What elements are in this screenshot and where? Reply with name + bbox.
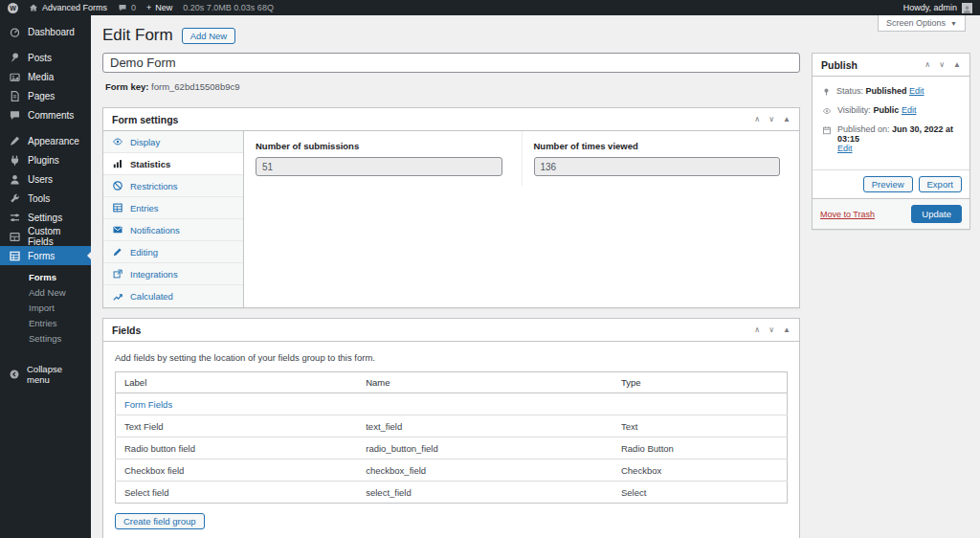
sidebar-item-posts[interactable]: Posts	[0, 48, 91, 67]
fields-metabox: Fields ∧ ∨ ▲ Add fields by setting the l…	[102, 318, 800, 538]
sidebar-item-forms[interactable]: Forms	[0, 246, 91, 265]
update-button[interactable]: Update	[911, 205, 962, 223]
move-down-icon[interactable]: ∨	[768, 115, 774, 123]
toggle-panel-icon[interactable]: ▲	[783, 325, 791, 334]
edit-form-column: Edit Form Add New Form key: form_62bd155…	[102, 26, 800, 538]
fields-table: Label Name Type Form Fields Text Field	[115, 371, 788, 504]
visibility-row: Visibility: Public Edit	[822, 105, 960, 116]
site-name-menu[interactable]: Advanced Forms	[29, 3, 107, 12]
comments-count: 0	[131, 3, 136, 12]
performance-stats: 0.20s 7.0MB 0.03s 68Q	[183, 3, 274, 12]
screen-options-tab[interactable]: Screen Options ▼	[878, 15, 966, 32]
submenu-item-settings[interactable]: Settings	[0, 330, 91, 346]
field-group-link[interactable]: Form Fields	[124, 399, 172, 410]
create-field-group-button[interactable]: Create field group	[115, 513, 205, 529]
tab-editing[interactable]: Editing	[103, 241, 243, 263]
custom-fields-icon	[9, 231, 21, 243]
sidebar-item-users[interactable]: Users	[0, 169, 91, 189]
plugins-icon	[9, 154, 21, 167]
fields-title: Fields	[112, 325, 141, 336]
sidebar-item-media[interactable]: Media	[0, 67, 91, 86]
comments-bubble-icon	[118, 3, 127, 12]
form-title-input[interactable]	[102, 53, 800, 73]
tab-restrictions[interactable]: Restrictions	[103, 175, 243, 197]
comments-icon	[9, 109, 21, 122]
admin-bar: W Advanced Forms 0 + New 0.20s 7.0MB 0.0…	[0, 0, 980, 15]
edit-status-link[interactable]: Edit	[909, 86, 924, 96]
edit-published-link[interactable]: Edit	[837, 144, 853, 153]
preview-button[interactable]: Preview	[863, 176, 913, 192]
submenu-item-import[interactable]: Import	[0, 300, 91, 315]
media-icon	[9, 71, 21, 83]
sidebar-item-tools[interactable]: Tools	[0, 189, 91, 208]
status-value: Published	[866, 86, 907, 96]
trend-line-icon	[112, 291, 123, 303]
table-icon	[112, 202, 123, 213]
howdy-account-menu[interactable]: Howdy, admin	[903, 3, 957, 12]
add-new-button[interactable]: Add New	[182, 28, 236, 44]
appearance-brush-icon	[9, 135, 21, 147]
new-menu[interactable]: + New	[146, 3, 172, 12]
submenu-item-add-new[interactable]: Add New	[0, 284, 91, 300]
forms-icon	[9, 250, 21, 262]
avatar[interactable]	[962, 3, 972, 13]
publish-column: Publish ∧ ∨ ▲ Status: Published Edit Vis…	[812, 53, 970, 230]
admin-sidebar: Dashboard Posts Media Pages Comments App…	[0, 15, 91, 538]
sidebar-item-appearance[interactable]: Appearance	[0, 131, 91, 150]
page-title: Edit Form	[102, 26, 173, 45]
settings-tab-list: Display Statistics Restrictions Ent	[103, 131, 244, 307]
chevron-down-icon: ▼	[950, 20, 957, 27]
settings-sliders-icon	[9, 212, 21, 224]
tab-notifications[interactable]: Notifications	[103, 219, 243, 241]
wp-logo-menu[interactable]: W	[8, 3, 18, 13]
views-input[interactable]	[534, 157, 781, 176]
minor-publishing-actions: Preview Export	[813, 169, 969, 198]
sidebar-menu: Dashboard Posts Media Pages Comments App…	[0, 15, 91, 265]
wordpress-logo-icon: W	[8, 3, 18, 13]
column-header-type: Type	[612, 372, 788, 393]
sidebar-item-custom-fields[interactable]: Custom Fields	[0, 227, 91, 246]
sidebar-item-dashboard[interactable]: Dashboard	[0, 22, 91, 41]
toggle-panel-icon[interactable]: ▲	[953, 60, 961, 69]
sidebar-item-pages[interactable]: Pages	[0, 86, 91, 105]
tab-entries[interactable]: Entries	[103, 197, 243, 219]
tools-wrench-icon	[9, 192, 21, 205]
pencil-icon	[112, 246, 123, 258]
tab-integrations[interactable]: Integrations	[103, 263, 243, 285]
move-up-icon[interactable]: ∧	[754, 115, 760, 123]
export-button[interactable]: Export	[919, 176, 962, 192]
views-label: Number of times viewed	[534, 141, 789, 151]
post-status-pin-icon	[822, 87, 831, 97]
move-down-icon[interactable]: ∨	[939, 60, 945, 69]
move-up-icon[interactable]: ∧	[754, 325, 760, 334]
toggle-panel-icon[interactable]: ▲	[783, 115, 791, 123]
submissions-label: Number of submissions	[256, 141, 510, 151]
move-to-trash-link[interactable]: Move to Trash	[820, 210, 875, 219]
publish-title: Publish	[821, 59, 858, 71]
home-icon	[29, 3, 38, 12]
submissions-field: Number of submissions	[244, 131, 522, 186]
submenu-item-entries[interactable]: Entries	[0, 315, 91, 330]
comments-menu[interactable]: 0	[118, 3, 136, 12]
site-name: Advanced Forms	[42, 3, 107, 12]
field-group-row: Form Fields	[116, 393, 788, 415]
collapse-menu-button[interactable]: Collapse menu	[0, 365, 91, 384]
submenu-item-forms[interactable]: Forms	[0, 269, 91, 284]
submissions-input[interactable]	[256, 157, 502, 176]
form-settings-title: Form settings	[112, 114, 178, 125]
forms-submenu: Forms Add New Import Entries Settings	[0, 265, 91, 351]
tab-calculated[interactable]: Calculated	[103, 285, 243, 307]
fields-description: Add fields by setting the location of yo…	[115, 352, 788, 363]
move-up-icon[interactable]: ∧	[924, 60, 930, 69]
tab-statistics[interactable]: Statistics	[103, 153, 243, 175]
table-row: Radio button field radio_button_field Ra…	[116, 437, 788, 460]
sidebar-item-settings[interactable]: Settings	[0, 208, 91, 227]
move-down-icon[interactable]: ∨	[768, 325, 774, 334]
envelope-icon	[112, 224, 123, 235]
form-key: Form key: form_62bd15508b9c9	[105, 81, 800, 92]
sidebar-item-plugins[interactable]: Plugins	[0, 150, 91, 169]
tab-display[interactable]: Display	[103, 131, 243, 153]
eye-icon	[112, 136, 123, 147]
sidebar-item-comments[interactable]: Comments	[0, 105, 91, 124]
edit-visibility-link[interactable]: Edit	[902, 105, 917, 115]
